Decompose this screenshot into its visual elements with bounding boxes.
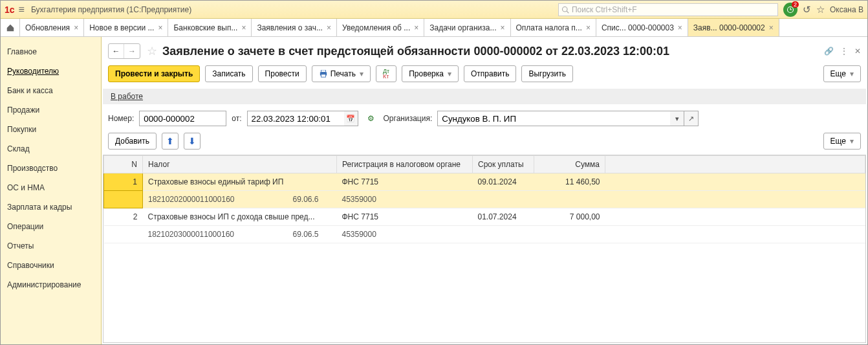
- more-button[interactable]: Еще▾: [823, 65, 861, 82]
- cell-kbk: 1821020300001100016069.06.5: [143, 226, 337, 243]
- cell-tax: Страховые взносы единый тариф ИП: [143, 173, 337, 191]
- close-document-icon[interactable]: ✕: [854, 47, 861, 56]
- org-dropdown-icon[interactable]: ▾: [670, 111, 684, 126]
- move-down-button[interactable]: ⬇: [184, 133, 201, 150]
- tab[interactable]: Уведомления об ...×: [337, 19, 424, 36]
- tab-label: Заявления о зач...: [257, 23, 323, 32]
- check-button[interactable]: Проверка▾: [402, 65, 459, 82]
- settings-icon[interactable]: ⚙: [367, 114, 374, 123]
- sidebar-item[interactable]: ОС и НМА: [1, 178, 101, 197]
- col-n[interactable]: N: [104, 156, 143, 173]
- notification-icon[interactable]: 2: [783, 3, 797, 17]
- tab[interactable]: Новое в версии ...×: [84, 19, 168, 36]
- cell-due: 01.07.2024: [473, 208, 534, 226]
- sidebar-item[interactable]: Руководителю: [1, 61, 101, 81]
- tab[interactable]: Заяв... 0000-000002×: [688, 19, 779, 36]
- tab[interactable]: Задачи организа...×: [424, 19, 510, 36]
- col-sum[interactable]: Сумма: [534, 156, 605, 173]
- table-subrow[interactable]: 1821020300001100016069.06.545359000: [104, 226, 865, 243]
- table: N Налог Регистрация в налоговом органе С…: [103, 155, 866, 343]
- tab-label: Задачи организа...: [429, 23, 496, 32]
- cell-due: 09.01.2024: [473, 173, 534, 191]
- tab-label: Спис... 0000-000003: [602, 23, 674, 32]
- sidebar-item[interactable]: Операции: [1, 217, 101, 236]
- post-close-button[interactable]: Провести и закрыть: [108, 65, 200, 82]
- nav-forward-button[interactable]: →: [124, 44, 140, 58]
- app-title: Бухгалтерия предприятия (1С:Предприятие): [31, 5, 191, 14]
- nav-back-button[interactable]: ←: [109, 44, 124, 58]
- tab[interactable]: Заявления о зач...×: [252, 19, 337, 36]
- toolbar: Провести и закрыть Записать Провести Печ…: [102, 63, 867, 89]
- tab[interactable]: Банковские вып...×: [168, 19, 252, 36]
- org-open-icon[interactable]: ↗: [684, 111, 699, 126]
- close-icon[interactable]: ×: [586, 23, 591, 32]
- sidebar-item[interactable]: Банк и касса: [1, 81, 101, 100]
- tab[interactable]: Обновления×: [20, 19, 84, 36]
- close-icon[interactable]: ×: [501, 23, 505, 32]
- cell-sum: 7 000,00: [534, 208, 605, 226]
- save-button[interactable]: Записать: [205, 65, 252, 82]
- close-icon[interactable]: ×: [678, 23, 682, 32]
- status-strip: В работе: [103, 89, 866, 104]
- sidebar-item[interactable]: Покупки: [1, 120, 101, 139]
- close-icon[interactable]: ×: [769, 23, 774, 32]
- sidebar-item[interactable]: Главное: [1, 42, 101, 61]
- favorite-toggle-icon[interactable]: ☆: [147, 44, 157, 58]
- col-reg[interactable]: Регистрация в налоговом органе: [337, 156, 473, 173]
- org-label: Организация:: [384, 114, 433, 123]
- link-icon[interactable]: 🔗: [824, 47, 834, 56]
- sidebar-item[interactable]: Склад: [1, 139, 101, 159]
- export-button[interactable]: Выгрузить: [521, 65, 573, 82]
- table-row[interactable]: 2Страховые взносы ИП с дохода свыше пред…: [104, 208, 865, 226]
- nav-arrows: ← →: [108, 43, 140, 59]
- document-title: Заявление о зачете в счет предстоящей об…: [162, 45, 669, 58]
- sidebar-item[interactable]: Производство: [1, 159, 101, 178]
- sidebar-item[interactable]: Продажи: [1, 100, 101, 120]
- org-input[interactable]: [437, 111, 670, 126]
- home-tab[interactable]: [1, 19, 20, 36]
- post-button[interactable]: Провести: [258, 65, 307, 82]
- move-up-button[interactable]: ⬆: [162, 133, 179, 150]
- titlebar: 1c ≡ Бухгалтерия предприятия (1С:Предпри…: [1, 1, 867, 19]
- add-bar: Добавить ⬆ ⬇ Еще▾: [102, 133, 867, 155]
- sidebar-item[interactable]: Отчеты: [1, 236, 101, 256]
- table-subrow[interactable]: 1821020200001100016069.06.645359000: [104, 191, 865, 208]
- svg-rect-5: [321, 74, 325, 77]
- col-tax[interactable]: Налог: [143, 156, 337, 173]
- tab[interactable]: Оплата налога п...×: [511, 19, 596, 36]
- sidebar-item[interactable]: Справочники: [1, 256, 101, 275]
- dtkt-button[interactable]: ДтКт: [376, 65, 396, 82]
- sidebar-item[interactable]: Администрирование: [1, 275, 101, 295]
- logo-1c: 1c: [5, 5, 15, 15]
- calendar-icon[interactable]: 📅: [344, 111, 358, 126]
- close-icon[interactable]: ×: [327, 23, 331, 32]
- cell-tax: Страховые взносы ИП с дохода свыше пред.…: [143, 208, 337, 226]
- close-icon[interactable]: ×: [158, 23, 162, 32]
- close-icon[interactable]: ×: [241, 23, 246, 32]
- table-more-button[interactable]: Еще▾: [823, 133, 861, 150]
- number-input[interactable]: [139, 111, 226, 126]
- close-icon[interactable]: ×: [74, 23, 78, 32]
- search-placeholder: Поиск Ctrl+Shift+F: [572, 5, 637, 14]
- sidebar-item[interactable]: Зарплата и кадры: [1, 197, 101, 217]
- close-icon[interactable]: ×: [414, 23, 418, 32]
- kebab-icon[interactable]: ⋮: [840, 47, 848, 56]
- favorite-icon[interactable]: ☆: [816, 4, 825, 16]
- col-blank: [605, 156, 865, 173]
- svg-point-0: [562, 6, 567, 12]
- col-due[interactable]: Срок уплаты: [473, 156, 534, 173]
- table-row[interactable]: 1Страховые взносы единый тариф ИПФНС 771…: [104, 173, 865, 191]
- status-link[interactable]: В работе: [111, 92, 143, 101]
- tab[interactable]: Спис... 0000-000003×: [596, 19, 688, 36]
- search-input[interactable]: Поиск Ctrl+Shift+F: [558, 3, 778, 16]
- send-button[interactable]: Отправить: [464, 65, 517, 82]
- menu-icon[interactable]: ≡: [19, 4, 25, 16]
- home-icon: [6, 23, 15, 32]
- notification-badge: 2: [792, 1, 799, 8]
- document-header: ← → ☆ Заявление о зачете в счет предстоя…: [102, 37, 867, 63]
- print-button[interactable]: Печать▾: [312, 65, 371, 82]
- date-input[interactable]: [247, 111, 344, 126]
- tab-label: Банковские вып...: [173, 23, 237, 32]
- history-icon[interactable]: ↺: [803, 4, 811, 16]
- add-button[interactable]: Добавить: [108, 133, 157, 150]
